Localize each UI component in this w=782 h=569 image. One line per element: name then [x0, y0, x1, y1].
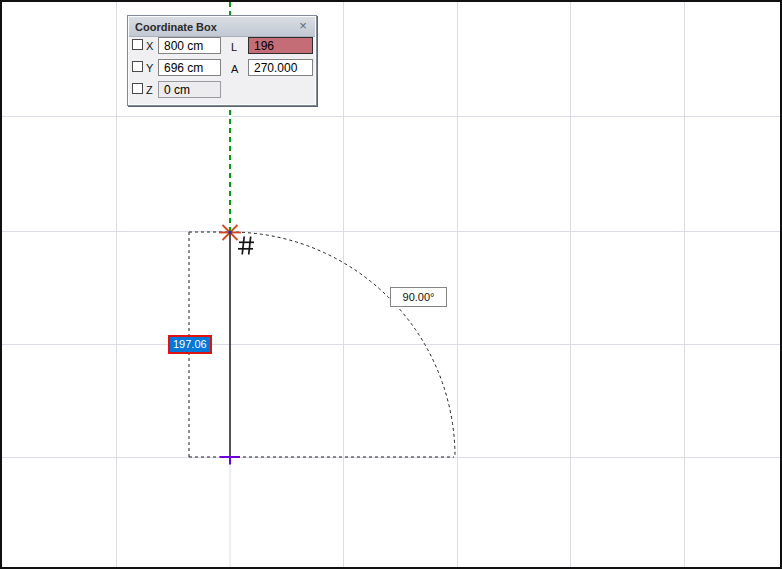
x-coordinate-field[interactable]: [158, 37, 221, 54]
y-coordinate-field[interactable]: [158, 59, 221, 76]
coordinate-box-dialog: Coordinate Box × X Y Z L A: [127, 15, 317, 106]
z-coordinate-field: [158, 81, 221, 98]
length-field[interactable]: [248, 37, 313, 54]
drawing-canvas[interactable]: [2, 2, 782, 569]
length-label: L: [231, 41, 237, 53]
y-lock-checkbox[interactable]: [132, 61, 143, 72]
crosshatch-cursor-icon: [238, 237, 254, 255]
y-axis-label: Y: [146, 62, 153, 74]
cursor-stroke: [249, 237, 251, 255]
grid-lines: [2, 2, 782, 569]
z-axis-label: Z: [146, 84, 153, 96]
cursor-stroke: [242, 237, 244, 255]
x-axis-label: X: [146, 40, 153, 52]
length-tracker-input[interactable]: 197.06: [168, 335, 212, 354]
close-icon[interactable]: ×: [297, 20, 309, 33]
angle-field[interactable]: [248, 59, 313, 76]
snap-dot: [229, 231, 232, 234]
anchor-cross: [220, 457, 240, 465]
x-lock-checkbox[interactable]: [132, 39, 143, 50]
application-window: 90.00° 197.06 Coordinate Box × X Y Z L A: [0, 0, 782, 569]
angle-tracker-badge: 90.00°: [390, 287, 447, 307]
z-lock-checkbox[interactable]: [132, 83, 143, 94]
angle-label: A: [231, 63, 238, 75]
dialog-title[interactable]: Coordinate Box: [129, 17, 315, 37]
